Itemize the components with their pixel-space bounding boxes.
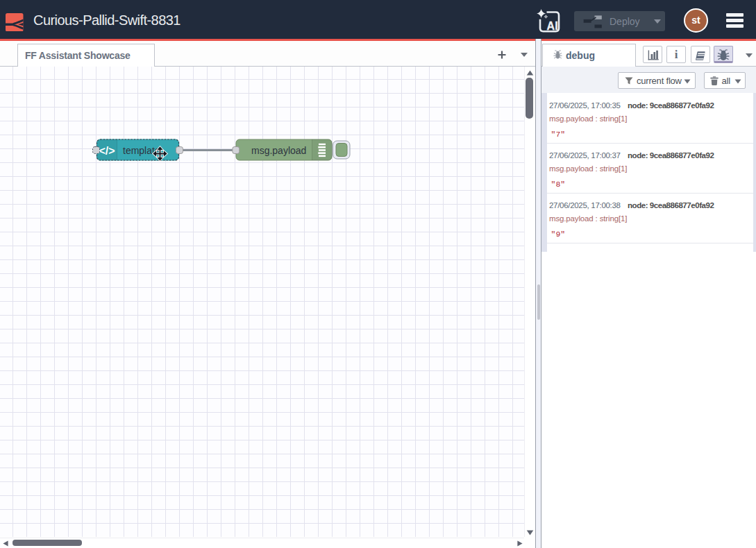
svg-text:msg.payload: msg.payload [251, 145, 306, 156]
svg-text:AI: AI [547, 20, 558, 32]
svg-text:</>: </> [99, 145, 115, 157]
